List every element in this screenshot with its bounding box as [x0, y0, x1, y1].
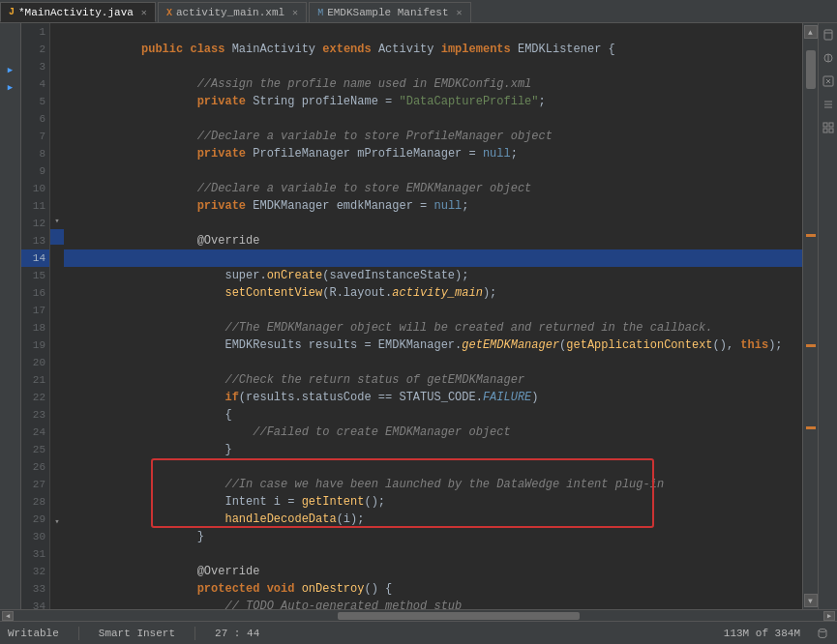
vertical-scrollbar[interactable]: ▲ ▼ [802, 23, 818, 609]
tool-icon-4[interactable] [821, 97, 836, 112]
code-line-1[interactable]: public class MainActivity extends Activi… [64, 23, 802, 41]
breakpoint-area-1[interactable] [3, 27, 18, 43]
code-line-29[interactable]: } [64, 511, 802, 528]
fold-cell-29 [50, 467, 64, 483]
bookmark-icon-2[interactable]: ▶ [3, 79, 18, 95]
code-line-9[interactable]: //Declare a variable to store EMDKManage… [64, 162, 802, 180]
fold-cell-15 [50, 245, 64, 260]
line-num-34: 34 [21, 598, 49, 609]
tab-activity-main[interactable]: X activity_main.xml ✕ [158, 2, 307, 22]
line-num-29: 29 [21, 511, 49, 528]
fold-cell-11 [50, 182, 64, 197]
line-num-16: 16 [21, 284, 49, 302]
scroll-down-button[interactable]: ▼ [804, 594, 818, 607]
line-num-4: 4 [21, 75, 49, 93]
memory-status: 113M of 384M [724, 628, 800, 639]
scroll-thumb[interactable] [806, 50, 816, 89]
horizontal-scrollbar[interactable]: ◀ ▶ [0, 609, 837, 621]
code-line-16[interactable] [64, 284, 802, 302]
line-num-17: 17 [21, 302, 49, 319]
line-num-21: 21 [21, 371, 49, 389]
code-line-5[interactable] [64, 93, 802, 110]
line-num-32: 32 [21, 563, 49, 580]
fold-cell-7 [50, 118, 64, 133]
tab-close-activity-main[interactable]: ✕ [292, 7, 298, 18]
tool-icon-3[interactable] [821, 73, 836, 89]
line-num-11: 11 [21, 197, 49, 215]
fold-cell-37 [50, 594, 64, 609]
code-line-31[interactable]: @Override [64, 545, 802, 563]
scroll-right-button[interactable]: ▶ [823, 611, 835, 621]
code-line-21[interactable]: if(results.statusCode == STATUS_CODE.FAI… [64, 371, 802, 389]
tab-close-mainactivity[interactable]: ✕ [141, 7, 147, 18]
svg-rect-13 [829, 129, 833, 132]
code-line-20[interactable]: //Check the return status of getEMDKMana… [64, 354, 802, 371]
fold-cell-12 [50, 197, 64, 213]
code-line-25[interactable] [64, 441, 802, 458]
fold-cell-31 [50, 498, 64, 513]
fold-cell-10 [50, 165, 64, 181]
line-num-25: 25 [21, 441, 49, 458]
tab-label: *MainActivity.java [18, 7, 134, 18]
tool-icon-5[interactable] [821, 120, 836, 135]
h-scroll-thumb[interactable] [338, 612, 580, 620]
fold-toggle-32[interactable]: ▾ [50, 514, 64, 530]
code-line-24[interactable]: } [64, 424, 802, 441]
code-line-10[interactable]: private EMDKManager emdkManager = null; [64, 180, 802, 197]
tab-mainactivity[interactable]: J *MainActivity.java ✕ [0, 2, 156, 22]
code-line-6[interactable]: //Declare a variable to store ProfileMan… [64, 110, 802, 128]
fold-cell-21 [50, 340, 64, 356]
fold-cell-5 [50, 87, 64, 102]
code-line-8[interactable] [64, 145, 802, 162]
fold-cell-34 [50, 545, 64, 561]
fold-gutter: ▾ ▾ [50, 23, 64, 609]
line-num-26: 26 [21, 458, 49, 476]
code-line-3[interactable]: //Assign the profile name used in EMDKCo… [64, 58, 802, 75]
code-line-18[interactable]: EMDKResults results = EMDKManager.getEMD… [64, 319, 802, 337]
code-line-7[interactable]: private ProfileManager mProfileManager =… [64, 128, 802, 145]
code-line-19[interactable] [64, 337, 802, 354]
scroll-track[interactable] [805, 41, 817, 592]
svg-rect-10 [823, 123, 827, 127]
cursor-position-status: 27 : 44 [215, 628, 259, 639]
editor-container: 1 2 3 4 5 6 7 8 9 10 11 12 13 14 15 16 1… [21, 23, 837, 609]
code-line-2[interactable] [64, 41, 802, 58]
scroll-left-button[interactable]: ◀ [2, 611, 14, 621]
fold-cell-20 [50, 324, 64, 339]
code-line-12[interactable]: @Override [64, 215, 802, 232]
h-scroll-track[interactable] [15, 612, 822, 620]
db-status-icon[interactable] [816, 627, 829, 640]
code-line-30[interactable] [64, 528, 802, 545]
code-line-28[interactable]: handleDecodeData(i); [64, 493, 802, 511]
tool-icon-1[interactable] [821, 27, 836, 43]
fold-cell-3 [50, 55, 64, 71]
line-num-9: 9 [21, 162, 49, 180]
scroll-marker-warning-2 [806, 344, 816, 347]
code-line-13[interactable]: protected void onCreate(Bundle savedInst… [64, 232, 802, 249]
code-line-26[interactable]: //In case we have been launched by the D… [64, 458, 802, 476]
fold-cell-1 [50, 23, 64, 39]
tab-close-manifest[interactable]: ✕ [457, 7, 463, 18]
code-line-17[interactable]: //The EMDKManager object will be created… [64, 302, 802, 319]
code-line-14[interactable]: super.onCreate(savedInstanceState); [64, 249, 802, 267]
tool-icon-2[interactable] [821, 50, 836, 66]
line-num-24: 24 [21, 424, 49, 441]
code-line-4[interactable]: private String profileName = "DataCaptur… [64, 75, 802, 93]
code-line-32[interactable]: protected void onDestroy() { [64, 563, 802, 580]
status-sep-2 [194, 627, 195, 640]
line-num-23: 23 [21, 406, 49, 424]
code-line-33[interactable]: // TODO Auto-generated method stub [64, 580, 802, 598]
breakpoint-area-2[interactable] [3, 44, 18, 60]
code-line-34[interactable]: super.onDestroy(); [64, 598, 802, 609]
line-num-19: 19 [21, 337, 49, 354]
code-line-11[interactable] [64, 197, 802, 215]
code-line-22[interactable]: { [64, 389, 802, 406]
status-sep-1 [78, 627, 79, 640]
code-line-15[interactable]: setContentView(R.layout.activity_main); [64, 267, 802, 284]
fold-toggle-13[interactable]: ▾ [50, 214, 64, 229]
code-editor[interactable]: public class MainActivity extends Activi… [64, 23, 802, 609]
bookmark-icon[interactable]: ▶ [3, 62, 18, 77]
scroll-up-button[interactable]: ▲ [804, 25, 818, 39]
code-line-23[interactable]: //Failed to create EMDKManager object [64, 406, 802, 424]
tab-manifest[interactable]: M EMDKSample Manifest ✕ [309, 2, 470, 22]
